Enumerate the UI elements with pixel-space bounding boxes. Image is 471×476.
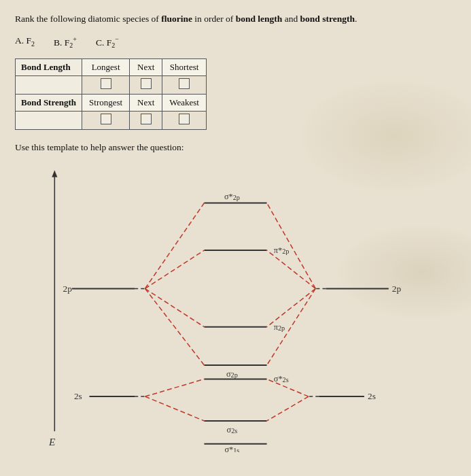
svg-line-35 xyxy=(267,289,316,327)
strongest-header: Strongest xyxy=(82,95,130,112)
option-c: C. F2− xyxy=(96,35,119,49)
svg-line-32 xyxy=(145,289,204,366)
svg-marker-1 xyxy=(52,171,57,177)
shortest-header: Shortest xyxy=(162,59,207,76)
option-b: B. F2+ xyxy=(54,35,77,49)
bond-length-row: Bond Length Longest Next Shortest xyxy=(16,59,207,76)
svg-line-38 xyxy=(145,397,204,422)
next-header-2: Next xyxy=(130,95,162,112)
options-row: A. F2 B. F2+ C. F2− xyxy=(15,35,456,49)
checkbox-next-1[interactable] xyxy=(130,76,162,95)
template-label: Use this template to help answer the que… xyxy=(15,142,456,153)
checkbox-strongest[interactable] xyxy=(82,112,130,130)
ranking-table: Bond Length Longest Next Shortest Bond S… xyxy=(15,58,207,130)
bond-length-label: Bond Length xyxy=(16,59,82,76)
svg-text:π*2p: π*2p xyxy=(274,246,290,256)
bond-strength-checkboxes xyxy=(16,112,207,130)
svg-text:π2p: π2p xyxy=(274,322,285,332)
svg-text:E: E xyxy=(48,436,56,447)
svg-text:2p: 2p xyxy=(63,284,73,294)
svg-text:2s: 2s xyxy=(368,392,376,402)
svg-text:σ*2p: σ*2p xyxy=(224,192,240,202)
next-header-1: Next xyxy=(130,59,162,76)
svg-text:2p: 2p xyxy=(392,284,402,294)
svg-text:σ*2s: σ*2s xyxy=(274,374,289,384)
checkbox-shortest[interactable] xyxy=(162,76,207,95)
bond-strength-row: Bond Strength Strongest Next Weakest xyxy=(16,95,207,112)
weakest-header: Weakest xyxy=(162,95,207,112)
svg-line-34 xyxy=(267,251,316,289)
empty-label-2 xyxy=(16,112,82,130)
checkbox-weakest[interactable] xyxy=(162,112,207,130)
mo-diagram: E 2p 2p σ*2p π*2p π2p σ2p 2s xyxy=(15,160,456,452)
question-text: Rank the following diatomic species of f… xyxy=(15,12,456,26)
longest-header: Longest xyxy=(82,59,130,76)
bond-strength-label: Bond Strength xyxy=(16,95,82,112)
svg-text:σ2p: σ2p xyxy=(226,370,238,379)
option-a: A. F2 xyxy=(15,35,35,49)
svg-line-29 xyxy=(145,203,204,289)
checkbox-next-2[interactable] xyxy=(130,112,162,130)
checkbox-longest[interactable] xyxy=(82,76,130,95)
svg-line-37 xyxy=(145,379,204,397)
bond-length-checkboxes xyxy=(16,76,207,95)
empty-label-1 xyxy=(16,76,82,95)
mo-diagram-svg: E 2p 2p σ*2p π*2p π2p σ2p 2s xyxy=(15,160,456,452)
svg-line-31 xyxy=(145,289,204,327)
svg-text:σ2s: σ2s xyxy=(227,426,238,435)
svg-text:σ*1s: σ*1s xyxy=(224,445,239,452)
svg-line-30 xyxy=(145,251,204,289)
svg-text:2s: 2s xyxy=(74,392,82,402)
svg-line-40 xyxy=(267,397,309,422)
